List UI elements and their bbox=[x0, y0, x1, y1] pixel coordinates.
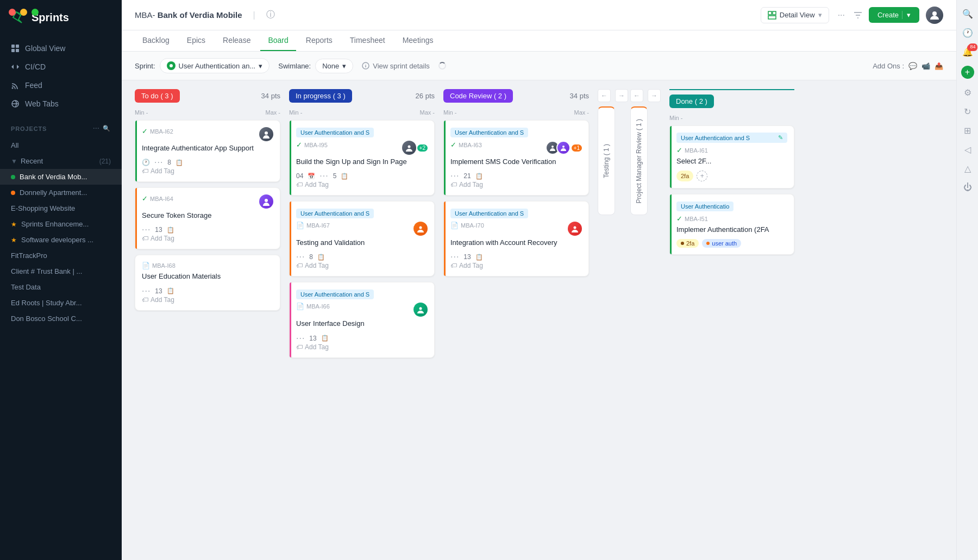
expand-icon[interactable]: △ bbox=[964, 163, 971, 174]
task-icon: 📄 bbox=[142, 262, 150, 269]
sidebar-item-test-data[interactable]: Test Data bbox=[0, 279, 122, 295]
recent-label[interactable]: ▼ Recent bbox=[11, 157, 43, 165]
column-pm-review[interactable]: Project Manager Review ( 1 ) bbox=[630, 106, 648, 215]
projects-more-icon[interactable]: ··· bbox=[93, 125, 99, 132]
tab-epics[interactable]: Epics bbox=[179, 30, 213, 51]
tab-reports[interactable]: Reports bbox=[298, 30, 340, 51]
notification-icon[interactable]: 🔔 84 bbox=[962, 47, 973, 57]
pm-collapse-controls: ← → bbox=[630, 89, 661, 102]
card-more-icon[interactable]: ··· bbox=[296, 252, 305, 262]
mac-close[interactable] bbox=[9, 9, 16, 16]
sidebar-item-fittrackpro[interactable]: FitTrackPro bbox=[0, 248, 122, 263]
sidebar-item-client-trust-bank[interactable]: Client # Trust Bank | ... bbox=[0, 263, 122, 279]
sidebar-item-ci-cd[interactable]: CI/CD bbox=[0, 58, 122, 76]
tab-release[interactable]: Release bbox=[215, 30, 258, 51]
sprint-dropdown[interactable]: User Authentication an... ▾ bbox=[160, 58, 270, 73]
pm-collapse-left[interactable]: ← bbox=[630, 89, 643, 102]
filter-icon[interactable] bbox=[854, 11, 862, 20]
sidebar-logo: Sprints bbox=[0, 0, 122, 35]
testing-collapse-left[interactable]: ← bbox=[598, 89, 611, 102]
tab-meetings[interactable]: Meetings bbox=[395, 30, 441, 51]
card-more-icon[interactable]: ··· bbox=[142, 225, 151, 235]
user-avatar[interactable] bbox=[926, 7, 943, 24]
column-testing[interactable]: Testing ( 1 ) bbox=[598, 106, 615, 215]
add-tag-button[interactable]: 🏷 Add Tag bbox=[296, 262, 428, 269]
pm-review-group: ← → Project Manager Review ( 1 ) bbox=[630, 89, 661, 215]
tag-icon: 🏷 bbox=[450, 181, 457, 188]
create-button[interactable]: Create ▾ bbox=[869, 7, 919, 23]
pm-collapse-right[interactable]: → bbox=[648, 89, 661, 102]
sidebar-item-all[interactable]: All bbox=[0, 137, 122, 153]
sidebar-item-software-developers[interactable]: ★ Software developers ... bbox=[0, 232, 122, 248]
add-tag-button[interactable]: 🏷 Add Tag bbox=[142, 167, 273, 175]
settings-icon[interactable]: ⚙ bbox=[964, 87, 971, 98]
add-ons-share-icon[interactable]: 📤 bbox=[935, 62, 943, 70]
tab-timesheet[interactable]: Timesheet bbox=[342, 30, 393, 51]
sidebar-item-e-shopping[interactable]: E-Shopping Website bbox=[0, 200, 122, 216]
projects-search-icon[interactable]: 🔍 bbox=[103, 125, 111, 132]
add-tag-button[interactable]: 🏷 Add Tag bbox=[450, 262, 582, 269]
testing-collapse-right[interactable]: → bbox=[615, 89, 628, 102]
check-icon: ✓ bbox=[142, 127, 148, 135]
layout-icon[interactable]: ⊞ bbox=[964, 125, 971, 136]
add-tag-button[interactable]: 🏷 Add Tag bbox=[142, 235, 273, 242]
card-more-icon[interactable]: ··· bbox=[154, 158, 163, 167]
codereview-minmax: Min -Max - bbox=[443, 109, 589, 116]
info-icon[interactable]: ⓘ bbox=[266, 9, 275, 21]
card-header: 📄 MBA-I70 bbox=[450, 222, 582, 236]
file-icon: 📋 bbox=[167, 226, 174, 234]
add-tag-button[interactable]: 🏷 Add Tag bbox=[296, 343, 428, 351]
sidebar-navigation: Global View CI/CD Feed Web Tabs bbox=[0, 35, 122, 117]
card-more-icon[interactable]: ··· bbox=[319, 171, 328, 181]
column-inprogress: In progress ( 3 ) 26 pts Min -Max - User… bbox=[289, 89, 435, 363]
add-ons-chat-icon[interactable]: 💬 bbox=[908, 62, 917, 70]
add-tag-button[interactable]: 🏷 Add Tag bbox=[142, 296, 273, 304]
sidebar-item-ed-roots[interactable]: Ed Roots | Study Abr... bbox=[0, 295, 122, 311]
add-tag-circle[interactable]: + bbox=[697, 171, 707, 181]
collapse-icon[interactable]: ◁ bbox=[964, 144, 971, 155]
sidebar-item-don-bosco[interactable]: Don Bosco School C... bbox=[0, 311, 122, 326]
card-avatar bbox=[413, 222, 428, 236]
tab-board[interactable]: Board bbox=[260, 30, 296, 51]
card-count: 8 bbox=[167, 159, 171, 166]
chevron-down-icon: ▾ bbox=[342, 62, 346, 70]
mac-minimize[interactable] bbox=[20, 9, 27, 16]
card-border-indicator bbox=[135, 188, 137, 249]
card-more-icon[interactable]: ··· bbox=[142, 286, 151, 296]
add-tag-button[interactable]: 🏷 Add Tag bbox=[296, 181, 428, 188]
card-63: User Authentication and S ✓ MBA-I63 bbox=[443, 120, 589, 196]
tab-backlog[interactable]: Backlog bbox=[135, 30, 177, 51]
star-icon: ★ bbox=[11, 221, 17, 228]
detail-view-button[interactable]: Detail View ▾ bbox=[761, 7, 829, 23]
sidebar-item-sprints-enhancement[interactable]: ★ Sprints Enhanceme... bbox=[0, 216, 122, 232]
inprogress-pts: 26 pts bbox=[416, 92, 435, 100]
card-more-icon[interactable]: ··· bbox=[296, 334, 305, 343]
file-icon: 📋 bbox=[341, 173, 348, 180]
power-icon[interactable]: ⏻ bbox=[963, 183, 972, 192]
add-circle-button[interactable]: + bbox=[961, 66, 974, 79]
card-header: ✓ MBA-I62 bbox=[142, 127, 273, 141]
card-id: MBA-I67 bbox=[306, 222, 330, 229]
refresh-icon[interactable]: ↻ bbox=[964, 106, 971, 117]
clock-icon[interactable]: 🕐 bbox=[962, 28, 973, 38]
tag-icon: 🏷 bbox=[142, 235, 148, 242]
card-more-icon[interactable]: ··· bbox=[450, 171, 459, 181]
card-more-icon[interactable]: ··· bbox=[450, 252, 459, 262]
add-ons-video-icon[interactable]: 📹 bbox=[921, 62, 930, 70]
sidebar-item-bank-of-verdia[interactable]: Bank of Verdia Mob... bbox=[0, 169, 122, 185]
card-count: 13 bbox=[463, 253, 471, 261]
sidebar-item-feed[interactable]: Feed bbox=[0, 76, 122, 95]
more-options-icon[interactable]: ··· bbox=[836, 8, 847, 22]
search-icon[interactable]: 🔍 bbox=[962, 9, 973, 19]
add-tag-button[interactable]: 🏷 Add Tag bbox=[450, 181, 582, 188]
sprint-selector: Sprint: User Authentication an... ▾ bbox=[135, 58, 269, 73]
inprogress-minmax: Min -Max - bbox=[289, 109, 435, 116]
card-title: Select 2F... bbox=[676, 156, 787, 166]
sidebar-item-global-view[interactable]: Global View bbox=[0, 39, 122, 58]
view-sprint-details-link[interactable]: View sprint details bbox=[362, 62, 430, 70]
swimlane-dropdown[interactable]: None ▾ bbox=[315, 59, 353, 73]
card-tags: 2fa + bbox=[676, 171, 787, 181]
sidebar-item-donnelly[interactable]: Donnelly Apartment... bbox=[0, 185, 122, 200]
sidebar-item-web-tabs[interactable]: Web Tabs bbox=[0, 95, 122, 113]
mac-maximize[interactable] bbox=[32, 9, 39, 16]
